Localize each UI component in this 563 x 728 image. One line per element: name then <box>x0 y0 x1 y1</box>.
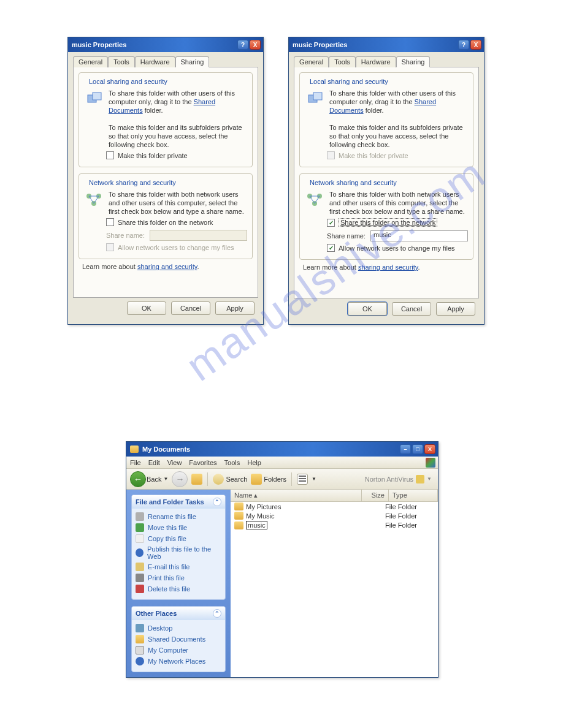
minimize-button[interactable]: – <box>400 444 411 454</box>
desktop-icon <box>136 624 144 632</box>
sidebar: File and Folder Tasks ⌃ Rename this file… <box>126 490 231 677</box>
tab-hardware[interactable]: Hardware <box>356 56 396 67</box>
help-button[interactable]: ? <box>237 40 248 50</box>
group-network-legend: Network sharing and security <box>307 179 399 186</box>
local-text-1b: folder. <box>143 107 163 114</box>
tab-hardware[interactable]: Hardware <box>135 56 175 67</box>
list-item[interactable]: music File Folder <box>231 520 438 530</box>
place-shared[interactable]: Shared Documents <box>136 634 221 645</box>
cancel-button[interactable]: Cancel <box>392 302 431 316</box>
chevron-down-icon[interactable]: ▼ <box>312 476 316 482</box>
back-label: Back <box>147 476 161 483</box>
menu-tools[interactable]: Tools <box>224 459 240 466</box>
place-network[interactable]: My Network Places <box>136 656 221 667</box>
file-list: Name ▴ Size Type My Pictures File Folder… <box>231 490 438 677</box>
close-button[interactable]: X <box>250 40 261 50</box>
back-button[interactable]: ← <box>130 471 146 487</box>
search-label[interactable]: Search <box>226 476 247 483</box>
column-name[interactable]: Name ▴ <box>231 490 362 501</box>
share-name-input[interactable]: music <box>370 230 468 241</box>
network-share-icon <box>305 190 324 210</box>
make-private-label: Make this folder private <box>339 152 408 159</box>
task-print[interactable]: Print this file <box>136 572 221 583</box>
task-delete[interactable]: Delete this file <box>136 583 221 594</box>
tab-tools[interactable]: Tools <box>329 56 356 67</box>
up-folder-icon[interactable] <box>191 474 202 485</box>
apply-button[interactable]: Apply <box>215 301 255 315</box>
titlebar[interactable]: My Documents – □ X <box>126 442 438 457</box>
group-local-legend: Local sharing and security <box>86 78 170 85</box>
network-text: To share this folder with both network u… <box>329 190 468 216</box>
place-computer[interactable]: My Computer <box>136 645 221 656</box>
list-item[interactable]: My Music File Folder <box>231 511 438 520</box>
forward-button[interactable]: → <box>172 471 188 487</box>
tab-tools[interactable]: Tools <box>108 56 135 67</box>
menu-view[interactable]: View <box>167 459 182 466</box>
column-size[interactable]: Size <box>362 490 389 501</box>
allow-change-label: Allow network users to change my files <box>339 245 455 252</box>
make-private-checkbox[interactable] <box>106 151 114 159</box>
share-name-input <box>150 230 247 241</box>
share-network-label: Share this folder on the network <box>339 218 437 227</box>
task-rename[interactable]: Rename this file <box>136 511 221 522</box>
group-network-legend: Network sharing and security <box>86 179 178 186</box>
folders-icon[interactable] <box>251 474 262 485</box>
menu-edit[interactable]: Edit <box>148 459 160 466</box>
group-local-legend: Local sharing and security <box>307 78 391 85</box>
learn-link[interactable]: sharing and security <box>137 263 197 270</box>
panel-tasks-title: File and Folder Tasks <box>136 498 204 506</box>
task-email-label: E-mail this file <box>148 563 190 571</box>
cancel-button[interactable]: Cancel <box>171 301 210 315</box>
svg-rect-6 <box>313 93 322 100</box>
task-publish[interactable]: Publish this file to the Web <box>136 544 221 561</box>
menu-file[interactable]: File <box>130 459 141 466</box>
svg-rect-1 <box>93 93 101 100</box>
allow-change-checkbox[interactable] <box>327 244 335 252</box>
menu-help[interactable]: Help <box>247 459 261 466</box>
panel-tasks: File and Folder Tasks ⌃ Rename this file… <box>131 495 226 600</box>
task-copy-label: Copy this file <box>148 535 186 542</box>
computer-icon <box>136 646 144 654</box>
apply-button[interactable]: Apply <box>436 302 475 316</box>
share-network-checkbox[interactable] <box>106 218 114 226</box>
ok-button[interactable]: OK <box>127 301 166 315</box>
chevron-down-icon[interactable]: ▼ <box>427 476 432 482</box>
place-desktop[interactable]: Desktop <box>136 623 221 634</box>
close-button[interactable]: X <box>470 40 481 50</box>
folders-label[interactable]: Folders <box>264 476 286 483</box>
tab-sharing[interactable]: Sharing <box>396 56 431 67</box>
share-network-checkbox[interactable] <box>327 219 335 227</box>
ok-button[interactable]: OK <box>348 302 387 316</box>
titlebar[interactable]: music Properties ? X <box>68 37 263 52</box>
properties-dialog-left: music Properties ? X General Tools Hardw… <box>67 37 264 325</box>
column-type[interactable]: Type <box>389 490 438 501</box>
titlebar[interactable]: music Properties ? X <box>289 37 484 52</box>
place-computer-label: My Computer <box>148 646 188 654</box>
tab-general[interactable]: General <box>73 56 108 67</box>
task-publish-label: Publish this file to the Web <box>147 545 221 560</box>
tab-sharing[interactable]: Sharing <box>175 56 210 67</box>
learn-link[interactable]: sharing and security <box>358 264 418 271</box>
collapse-icon[interactable]: ⌃ <box>213 498 221 506</box>
help-button[interactable]: ? <box>458 40 469 50</box>
antivirus-label[interactable]: Norton AntiVirus <box>365 476 413 483</box>
tab-general[interactable]: General <box>294 56 329 67</box>
chevron-down-icon[interactable]: ▼ <box>163 476 168 482</box>
antivirus-icon <box>416 475 424 483</box>
close-button[interactable]: X <box>424 444 435 454</box>
file-name[interactable]: music <box>246 521 267 529</box>
local-text-1a: To share this folder with other users of… <box>109 89 235 105</box>
collapse-icon[interactable]: ⌃ <box>213 609 221 618</box>
maximize-button[interactable]: □ <box>412 444 423 454</box>
place-shared-label: Shared Documents <box>148 635 205 643</box>
task-email[interactable]: E-mail this file <box>136 561 221 572</box>
task-copy[interactable]: Copy this file <box>136 533 221 544</box>
learn-pre: Learn more about <box>82 263 137 270</box>
task-rename-label: Rename this file <box>148 513 196 520</box>
menu-favorites[interactable]: Favorites <box>189 459 216 466</box>
views-button[interactable] <box>297 474 308 485</box>
learn-pre: Learn more about <box>303 264 358 271</box>
list-item[interactable]: My Pictures File Folder <box>231 502 438 511</box>
task-move[interactable]: Move this file <box>136 522 221 533</box>
search-icon[interactable] <box>213 474 224 485</box>
